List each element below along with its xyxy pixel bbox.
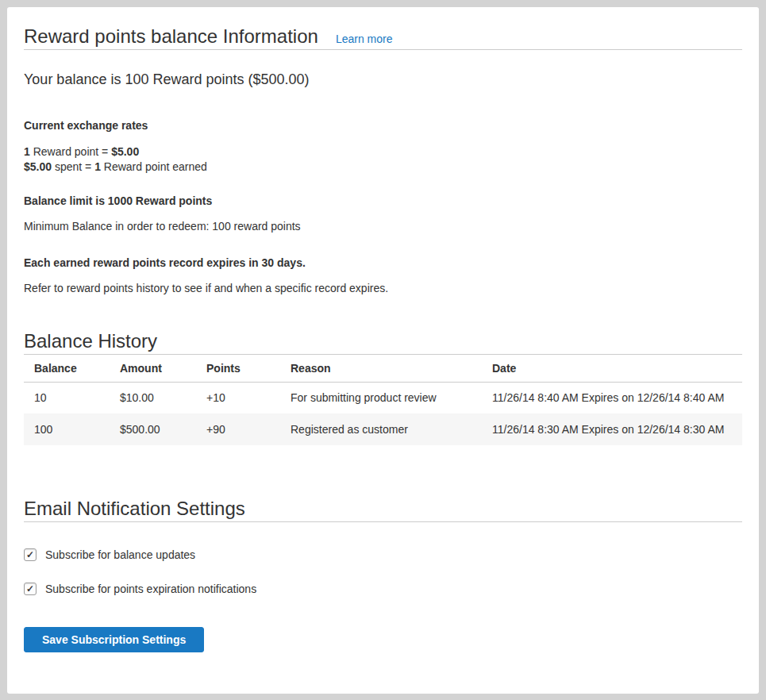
balance-updates-option: ✓ Subscribe for balance updates: [24, 548, 742, 561]
save-subscription-button[interactable]: Save Subscription Settings: [24, 627, 204, 652]
email-settings-divider: [24, 521, 742, 522]
minimum-balance-text: Minimum Balance in order to redeem: 100 …: [24, 219, 742, 234]
checkmark-icon: ✓: [26, 549, 34, 560]
points-expiration-option: ✓ Subscribe for points expiration notifi…: [24, 583, 742, 595]
learn-more-link[interactable]: Learn more: [336, 33, 393, 45]
points-expiration-label[interactable]: Subscribe for points expiration notifica…: [45, 583, 256, 595]
balance-updates-label[interactable]: Subscribe for balance updates: [45, 548, 195, 561]
cell-reason: Registered as customer: [280, 413, 482, 445]
exchange-rates-heading: Current exchange rates: [24, 118, 742, 133]
col-header-amount: Amount: [110, 355, 196, 382]
table-header-row: Balance Amount Points Reason Date: [24, 355, 742, 382]
expiry-heading: Each earned reward points record expires…: [24, 256, 742, 271]
exchange-rate-line-2: $5.00 spent = 1 Reward point earned: [24, 160, 742, 175]
balance-summary: Your balance is 100 Reward points ($500.…: [24, 70, 742, 89]
points-expiration-checkbox[interactable]: ✓: [24, 583, 37, 595]
col-header-points: Points: [196, 355, 280, 382]
cell-date: 11/26/14 8:40 AM Expires on 12/26/14 8:4…: [482, 382, 742, 413]
email-settings-title: Email Notification Settings: [24, 495, 742, 521]
balance-limit-heading: Balance limit is 1000 Reward points: [24, 194, 742, 209]
reward-points-card: Reward points balance Information Learn …: [7, 7, 759, 694]
cell-points: +10: [196, 382, 280, 413]
page-header: Reward points balance Information Learn …: [24, 23, 742, 49]
table-row: 10 $10.00 +10 For submitting product rev…: [24, 382, 742, 413]
cell-reason: For submitting product review: [280, 382, 482, 413]
balance-history-table: Balance Amount Points Reason Date 10 $10…: [24, 355, 742, 445]
balance-history-title: Balance History: [24, 328, 742, 354]
cell-amount: $500.00: [110, 413, 196, 445]
col-header-balance: Balance: [24, 355, 110, 382]
cell-amount: $10.00: [110, 382, 196, 413]
title-divider: [24, 49, 742, 50]
page-title: Reward points balance Information: [24, 23, 318, 49]
table-row: 100 $500.00 +90 Registered as customer 1…: [24, 413, 742, 445]
cell-balance: 10: [24, 382, 110, 413]
col-header-reason: Reason: [280, 355, 482, 382]
expiry-note: Refer to reward points history to see if…: [24, 281, 742, 296]
col-header-date: Date: [482, 355, 742, 382]
checkmark-icon: ✓: [26, 583, 34, 594]
balance-updates-checkbox[interactable]: ✓: [24, 548, 37, 561]
cell-date: 11/26/14 8:30 AM Expires on 12/26/14 8:3…: [482, 413, 742, 445]
exchange-rate-line-1: 1 Reward point = $5.00: [24, 144, 742, 160]
cell-balance: 100: [24, 413, 110, 445]
cell-points: +90: [196, 413, 280, 445]
